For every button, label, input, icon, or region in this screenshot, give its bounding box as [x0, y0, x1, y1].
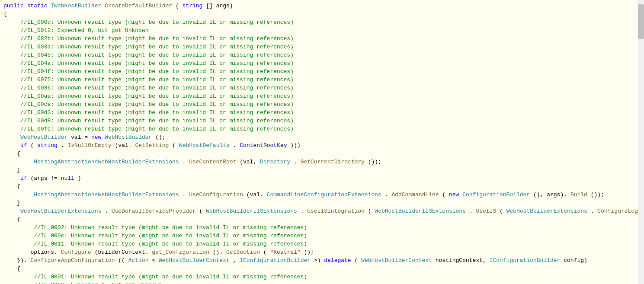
code-line: WebHostBuilder val = new WebHostBuilder … [0, 133, 644, 141]
code-line: //IL_0002: Unknown result type (might be… [0, 223, 644, 232]
code-line: public static IWebHostBuilder CreateDefa… [0, 2, 644, 10]
code-line: { [0, 150, 644, 158]
code-line: //IL_0045: Unknown result type (might be… [0, 51, 644, 59]
keyword-span: public [3, 3, 24, 9]
code-line: options. Configure (builderContext. get_… [0, 248, 644, 256]
code-line: //IL_00aa: Unknown result type (might be… [0, 92, 644, 100]
code-line: //IL_0075: Unknown result type (might be… [0, 76, 644, 84]
code-line: HostingAbstractionsWebHostBuilderExtensi… [0, 191, 644, 199]
code-line: //IL_000c: Unknown result type (might be… [0, 232, 644, 240]
scrollbar-thumb[interactable] [638, 4, 644, 39]
code-line: { [0, 182, 644, 191]
code-line: //IL_002b: Unknown result type (might be… [0, 35, 644, 43]
code-line: //IL_004a: Unknown result type (might be… [0, 59, 644, 67]
code-line: { [0, 215, 644, 223]
vertical-scrollbar[interactable] [638, 0, 644, 284]
code-line: HostingAbstractionsWebHostBuilderExtensi… [0, 158, 644, 166]
code-line: }). ConfigureAppConfiguration (( Action … [0, 256, 644, 265]
code-line: } [0, 166, 644, 174]
code-line: //IL_003a: Unknown result type (might be… [0, 43, 644, 51]
code-line: //IL_0006: Expected O, but got Unknown [0, 281, 644, 284]
code-line: //IL_0001: Unknown result type (might be… [0, 273, 644, 281]
code-viewer: public static IWebHostBuilder CreateDefa… [0, 0, 644, 284]
code-line: { [0, 10, 644, 18]
code-line: //IL_00ce: Unknown result type (might be… [0, 100, 644, 108]
code-line: //IL_0012: Expected O, but got Unknown [0, 26, 644, 35]
code-line: WebHostBuilderExtensions . UseDefaultSer… [0, 207, 644, 215]
code-line: //IL_00fc: Unknown result type (might be… [0, 125, 644, 133]
code-line: //IL_0011: Unknown result type (might be… [0, 240, 644, 248]
code-line: { [0, 265, 644, 273]
code-line: //IL_00d3: Unknown result type (might be… [0, 108, 644, 117]
code-line: if ( string . IsNullOrEmpty (val. GetSet… [0, 141, 644, 150]
code-line: } [0, 199, 644, 207]
code-line: //IL_004f: Unknown result type (might be… [0, 67, 644, 76]
code-line: //IL_000d: Unknown result type (might be… [0, 18, 644, 26]
code-line: //IL_0086: Unknown result type (might be… [0, 84, 644, 92]
code-line: if (args != null ) [0, 174, 644, 182]
code-line: //IL_00d8: Unknown result type (might be… [0, 117, 644, 125]
